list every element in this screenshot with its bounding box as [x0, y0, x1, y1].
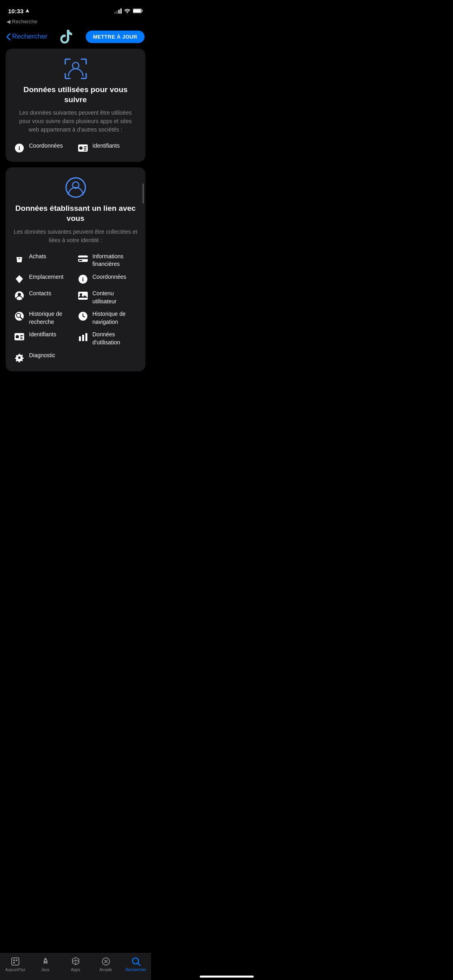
back-nav-text: ◀ Recherche [6, 19, 145, 25]
svg-rect-32 [20, 337, 23, 338]
battery-icon [133, 8, 143, 13]
linked-item-browsing-history: Historique de navigation [77, 310, 138, 326]
location-icon [14, 274, 25, 285]
update-button-label: METTRE À JOUR [93, 34, 137, 40]
back-button-label: Rechercher [12, 33, 48, 41]
linked-item-identifiants: Identifiants [14, 331, 74, 346]
linked-card: Données établissant un lien avec vous Le… [6, 167, 145, 371]
status-icons [114, 8, 143, 14]
linked-item-contacts: Contacts [14, 290, 74, 305]
scroll-content: Données utilisées pour vous suivre Les d… [0, 49, 151, 417]
svg-rect-35 [82, 335, 84, 341]
svg-rect-1 [142, 10, 143, 12]
tracking-item-coordonnees: i Coordonnées [14, 142, 74, 154]
info-icon-2: i [77, 274, 89, 285]
linked-item-search-history-label: Historique de recherche [29, 310, 74, 326]
clock: 10:33 [8, 8, 23, 14]
linked-item-diagnostic-label: Diagnostic [29, 352, 55, 360]
face-scan-icon [64, 58, 87, 79]
svg-rect-31 [20, 335, 23, 336]
linked-item-financial-label: Informations financières [93, 253, 138, 268]
id-card-icon [77, 142, 89, 154]
back-button[interactable]: Rechercher [6, 33, 48, 41]
signal-icon [114, 8, 122, 14]
linked-card-desc: Les données suivantes peuvent être colle… [14, 228, 137, 245]
linked-item-contacts-label: Contacts [29, 290, 51, 298]
svg-rect-9 [84, 148, 86, 149]
svg-text:i: i [19, 145, 20, 151]
wifi-icon [124, 8, 130, 13]
svg-rect-13 [19, 258, 20, 259]
chart-icon [77, 331, 89, 342]
linked-item-coordonnees: i Coordonnées [77, 273, 138, 285]
linked-item-financial: Informations financières [77, 253, 138, 268]
linked-item-diagnostic: Diagnostic [14, 352, 74, 363]
back-chevron-icon [6, 33, 10, 40]
person-circle-icon [65, 177, 86, 198]
gear-icon [14, 352, 25, 363]
status-bar: 10:33 [0, 0, 151, 18]
tracking-card: Données utilisées pour vous suivre Les d… [6, 49, 145, 162]
linked-item-browsing-history-label: Historique de navigation [93, 310, 138, 326]
svg-rect-8 [84, 146, 87, 147]
svg-rect-16 [79, 260, 82, 261]
linked-item-emplacement-label: Emplacement [29, 273, 64, 281]
svg-rect-36 [85, 333, 87, 341]
tracking-item-coordonnees-label: Coordonnées [29, 142, 63, 150]
app-icon [58, 29, 74, 45]
svg-rect-21 [78, 292, 88, 300]
svg-rect-15 [78, 257, 88, 259]
svg-point-20 [18, 293, 21, 296]
tiktok-logo-svg [60, 30, 72, 43]
svg-rect-2 [133, 9, 141, 12]
linked-item-usage-label: Données d'utilisation [93, 331, 138, 346]
person-icon [14, 290, 25, 301]
linked-item-content: Contenu utilisateur [77, 290, 138, 305]
linked-item-emplacement: Emplacement [14, 273, 74, 285]
linked-item-usage: Données d'utilisation [77, 331, 138, 346]
svg-point-3 [72, 62, 79, 69]
linked-item-achats: Achats [14, 253, 74, 268]
linked-item-identifiants-label: Identifiants [29, 331, 56, 339]
scrollbar[interactable] [143, 183, 144, 204]
linked-item-coordonnees-label: Coordonnées [93, 273, 126, 281]
tracking-item-identifiants: Identifiants [77, 142, 138, 154]
svg-point-30 [16, 335, 19, 338]
credit-card-icon [77, 253, 89, 264]
svg-text:i: i [82, 276, 84, 282]
info-circle-icon: i [14, 142, 25, 154]
tracking-card-icon [14, 58, 137, 79]
svg-rect-34 [79, 336, 81, 341]
svg-point-7 [79, 146, 83, 150]
linked-item-content-label: Contenu utilisateur [93, 290, 138, 305]
linked-item-achats-label: Achats [29, 253, 46, 261]
back-nav-label: ◀ Recherche [0, 18, 151, 26]
tracking-items: i Coordonnées Identifiants [14, 142, 137, 154]
status-time: 10:33 [8, 8, 30, 14]
tracking-item-identifiants-label: Identifiants [93, 142, 120, 150]
linked-items: Achats Informations financières [14, 253, 137, 363]
tracking-card-desc: Les données suivantes peuvent être utili… [14, 109, 137, 134]
linked-card-icon [14, 177, 137, 198]
app-header: Rechercher METTRE À JOUR [0, 26, 151, 49]
tracking-card-title: Données utilisées pour vous suivre [14, 85, 137, 105]
update-button[interactable]: METTRE À JOUR [86, 31, 145, 43]
linked-card-title: Données établissant un lien avec vous [14, 204, 137, 223]
id-card-icon-2 [14, 331, 25, 342]
svg-rect-10 [84, 150, 87, 150]
photo-icon [77, 290, 89, 301]
svg-rect-33 [20, 338, 23, 339]
bag-icon [14, 253, 25, 264]
search-history-icon [14, 311, 25, 322]
location-arrow-icon [25, 8, 30, 13]
clock-icon [77, 311, 89, 322]
linked-item-search-history: Historique de recherche [14, 310, 74, 326]
